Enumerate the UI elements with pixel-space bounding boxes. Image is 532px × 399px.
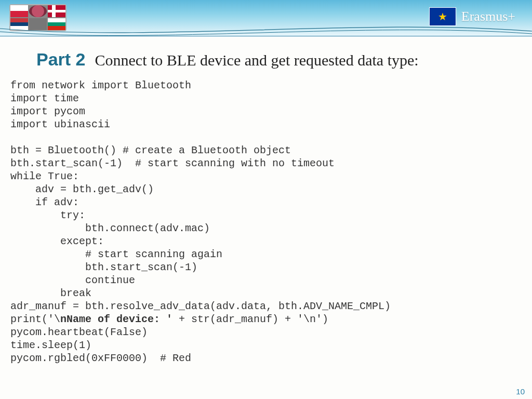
code-line: while True: <box>10 170 79 182</box>
page-number: 10 <box>516 387 525 396</box>
flag-poland-icon <box>10 5 28 17</box>
part-label: Part 2 <box>36 49 86 70</box>
code-line: import ubinascii <box>10 118 110 130</box>
code-line: adv = bth.get_adv() <box>10 183 154 195</box>
header-wave-icon <box>0 23 532 39</box>
project-badge-icon <box>29 5 47 17</box>
code-line: import time <box>10 92 79 104</box>
code-line: break <box>10 287 91 299</box>
page-title: Connect to BLE device and get requested … <box>95 51 419 69</box>
code-line: import pycom <box>10 105 85 117</box>
code-line: except: <box>10 235 104 247</box>
code-line: continue <box>10 274 135 286</box>
code-line: adr_manuf = bth.resolve_adv_data(adv.dat… <box>10 300 391 312</box>
code-line: pycom.heartbeat(False) <box>10 326 148 338</box>
code-line: bth.start_scan(-1) <box>10 261 197 273</box>
code-line: # start scanning again <box>10 248 222 260</box>
code-bold: nName of device: ' <box>60 313 172 325</box>
code-line: try: <box>10 209 85 221</box>
code-line: pycom.rgbled(0xFF0000) # Red <box>10 352 191 364</box>
code-line: bth.start_scan(-1) # start scanning with… <box>10 157 335 169</box>
code-line: time.sleep(1) <box>10 339 91 351</box>
code-line: if adv: <box>10 196 79 208</box>
code-line: bth.connect(adv.mac) <box>10 222 210 234</box>
code-line: from network import Bluetooth <box>10 79 191 91</box>
code-line: print('\nName of device: ' + str(adr_man… <box>10 313 328 325</box>
slide-content: Part 2 Connect to BLE device and get req… <box>10 49 522 389</box>
title-row: Part 2 Connect to BLE device and get req… <box>36 49 522 70</box>
code-block: from network import Bluetooth import tim… <box>10 79 522 365</box>
code-line: bth = Bluetooth() # create a Bluetooth o… <box>10 144 291 156</box>
erasmus-label: Erasmus+ <box>461 9 515 24</box>
flag-norway-icon <box>48 5 65 17</box>
